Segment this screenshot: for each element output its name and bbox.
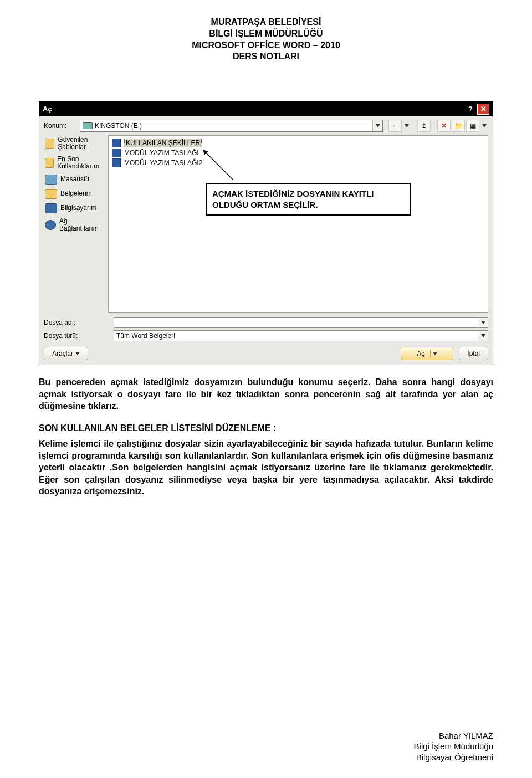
- filename-chevron-icon[interactable]: [478, 318, 488, 327]
- up-button[interactable]: ↥: [417, 120, 431, 132]
- folder-icon: [45, 203, 57, 213]
- annotation-text: AÇMAK İSTEDİĞİNİZ DOSYANIN KAYITLI OLDUĞ…: [212, 189, 374, 209]
- header-line4: DERS NOTLARI: [39, 51, 493, 63]
- cancel-button[interactable]: İptal: [459, 347, 488, 360]
- back-button[interactable]: ←: [388, 120, 402, 132]
- header-line2: BİLGİ İŞLEM MÜDÜRLÜĞÜ: [39, 28, 493, 40]
- file-list-item[interactable]: KULLANILAN ŞEKİLLER: [111, 138, 485, 148]
- word-doc-icon: [112, 158, 121, 167]
- header-line1: MURATPAŞA BELEDİYESİ: [39, 17, 493, 28]
- sidebar-item[interactable]: Masaüstü: [44, 173, 105, 186]
- views-menu-chevron[interactable]: [480, 120, 488, 132]
- filename-input[interactable]: [114, 317, 488, 328]
- delete-button[interactable]: ✕: [437, 120, 451, 132]
- sidebar-item-label: Masaüstü: [60, 176, 89, 183]
- sidebar-item[interactable]: Güvenilen Şablonlar: [44, 135, 105, 152]
- chevron-down-icon: [75, 352, 80, 355]
- folder-icon: [45, 220, 56, 230]
- file-name: MODÜL YAZIM TASLAĞI2: [124, 159, 202, 167]
- paragraph-2: Kelime işlemci ile çalıştığınız dosyalar…: [39, 438, 493, 498]
- location-select[interactable]: KINGSTON (E:): [80, 120, 383, 132]
- footer-name: Bahar YILMAZ: [414, 730, 493, 741]
- annotation-callout: AÇMAK İSTEDİĞİNİZ DOSYANIN KAYITLI OLDUĞ…: [206, 183, 411, 216]
- location-value: KINGSTON (E:): [95, 122, 142, 130]
- section-heading: SON KULLANILAN BELGELER LİSTESİNİ DÜZENL…: [39, 423, 493, 433]
- sidebar-item-label: Bilgisayarım: [60, 204, 96, 212]
- filetype-label: Dosya türü:: [44, 332, 108, 340]
- open-dialog: Aç ? ✕ Konum: KINGSTON (E:) ← ↥ ✕ 📁 ▦: [39, 101, 493, 365]
- header-line3: MICROSOFT OFFİCE WORD – 2010: [39, 40, 493, 52]
- document-header: MURATPAŞA BELEDİYESİ BİLGİ İŞLEM MÜDÜRLÜ…: [39, 17, 493, 63]
- filename-label: Dosya adı:: [44, 319, 108, 326]
- views-button[interactable]: ▦: [466, 120, 479, 132]
- open-button[interactable]: Aç: [401, 347, 453, 360]
- sidebar-item[interactable]: Bilgisayarım: [44, 202, 105, 214]
- file-name: KULLANILAN ŞEKİLLER: [124, 139, 202, 147]
- word-doc-icon: [112, 139, 121, 147]
- location-label: Konum:: [44, 122, 74, 130]
- svg-line-0: [203, 150, 233, 180]
- folder-icon: [45, 189, 57, 199]
- dialog-title: Aç: [43, 104, 466, 114]
- file-list-item[interactable]: MODÜL YAZIM TASLAĞI2: [111, 158, 485, 168]
- folder-icon: [45, 158, 54, 168]
- filetype-chevron-icon[interactable]: [478, 331, 488, 341]
- file-name: MODÜL YAZIM TASLAĞI: [124, 149, 199, 157]
- cancel-button-label: İptal: [467, 350, 480, 357]
- location-row: Konum: KINGSTON (E:) ← ↥ ✕ 📁 ▦: [44, 120, 488, 132]
- footer-role: Bilgisayar Öğretmeni: [414, 752, 493, 763]
- sidebar-item[interactable]: Ağ Bağlantılarım: [44, 217, 105, 233]
- footer-dept: Bilgi İşlem Müdürlüğü: [414, 741, 493, 752]
- file-list-pane[interactable]: KULLANILAN ŞEKİLLERMODÜL YAZIM TASLAĞIMO…: [108, 135, 488, 313]
- word-doc-icon: [112, 149, 121, 157]
- sidebar-item[interactable]: En Son Kullandıklarım: [44, 155, 105, 171]
- tools-button-label: Araçlar: [52, 350, 73, 357]
- sidebar-item-label: Ağ Bağlantılarım: [59, 218, 104, 232]
- page-footer: Bahar YILMAZ Bilgi İşlem Müdürlüğü Bilgi…: [414, 730, 493, 763]
- tools-button[interactable]: Araçlar: [44, 347, 88, 360]
- chevron-down-icon: [372, 120, 382, 131]
- drive-icon: [83, 122, 93, 129]
- paragraph-1: Bu pencereden açmak istediğimiz dosyamız…: [39, 376, 493, 412]
- sidebar-item-label: En Son Kullandıklarım: [57, 156, 104, 170]
- sidebar-item-label: Belgelerim: [60, 190, 92, 197]
- filetype-value: Tüm Word Belgeleri: [116, 332, 175, 340]
- annotation-arrow: [200, 147, 239, 186]
- dialog-toolbar: ← ↥ ✕ 📁 ▦: [388, 120, 488, 132]
- help-icon[interactable]: ?: [466, 104, 475, 114]
- back-menu-chevron[interactable]: [403, 120, 411, 132]
- folder-icon: [45, 139, 54, 149]
- places-sidebar: Güvenilen ŞablonlarEn Son Kullandıklarım…: [44, 135, 105, 313]
- folder-icon: [45, 175, 57, 185]
- open-button-label: Aç: [417, 350, 424, 357]
- file-list-item[interactable]: MODÜL YAZIM TASLAĞI: [111, 148, 485, 158]
- new-folder-button[interactable]: 📁: [452, 120, 465, 132]
- chevron-down-icon: [433, 352, 437, 355]
- filetype-select[interactable]: Tüm Word Belgeleri: [114, 330, 488, 341]
- sidebar-item-label: Güvenilen Şablonlar: [58, 136, 104, 151]
- close-icon: ✕: [480, 104, 487, 114]
- close-button[interactable]: ✕: [477, 104, 489, 115]
- sidebar-item[interactable]: Belgelerim: [44, 188, 105, 200]
- dialog-titlebar: Aç ? ✕: [39, 102, 493, 116]
